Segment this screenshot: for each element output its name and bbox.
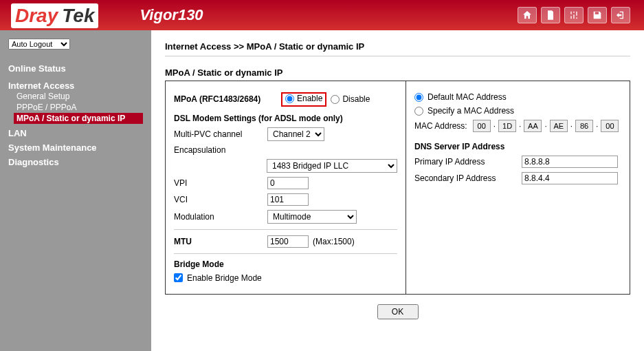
mpoa-disable-radio[interactable]: [331, 95, 340, 104]
mpoa-enable-radio[interactable]: [285, 94, 294, 103]
secondary-ip-label: Secondary IP Address: [414, 173, 518, 183]
mpoa-label: MPoA (RFC1483/2684): [174, 94, 277, 104]
home-icon[interactable]: [518, 7, 537, 23]
bridge-heading: Bridge Mode: [174, 259, 397, 269]
logo: DrayTek: [11, 3, 98, 27]
sidebar-item-mpoa[interactable]: MPoA / Static or dynamic IP: [14, 113, 143, 124]
sidebar-diagnostics[interactable]: Diagnostics: [8, 157, 143, 167]
secondary-ip-input[interactable]: [522, 172, 618, 184]
logout-icon[interactable]: [611, 7, 630, 23]
breadcrumb: Internet Access >> MPoA / Static or dyna…: [165, 41, 630, 56]
sidebar-lan[interactable]: LAN: [8, 128, 143, 138]
ok-button[interactable]: OK: [377, 304, 419, 319]
panel-right: Default MAC Address Specify a MAC Addres…: [406, 81, 630, 294]
mtu-input[interactable]: [267, 235, 309, 248]
modulation-label: Modulation: [174, 212, 263, 222]
sidebar-internet-access[interactable]: Internet Access: [8, 81, 143, 91]
doc-icon[interactable]: [541, 7, 560, 23]
sidebar: Auto Logout Online Status Internet Acces…: [0, 30, 151, 351]
specify-mac-radio[interactable]: [414, 107, 423, 116]
modulation-select[interactable]: Multimode: [267, 210, 357, 224]
primary-ip-input[interactable]: [522, 156, 618, 168]
mac-1[interactable]: [498, 120, 516, 132]
vci-label: VCI: [174, 195, 263, 204]
default-mac-label: Default MAC Address: [428, 92, 507, 102]
sidebar-online-status[interactable]: Online Status: [8, 63, 143, 74]
sidebar-item-general[interactable]: General Setup: [14, 91, 143, 102]
mac-4[interactable]: [575, 120, 593, 132]
vpi-label: VPI: [174, 178, 263, 188]
mac-3[interactable]: [550, 120, 568, 132]
mac-2[interactable]: [524, 120, 542, 132]
primary-ip-label: Primary IP Address: [414, 157, 518, 167]
section-title: MPoA / Static or dynamic IP: [165, 67, 630, 78]
dns-heading: DNS Server IP Address: [414, 142, 621, 151]
dsl-heading: DSL Modem Settings (for ADSL mode only): [174, 114, 397, 123]
enable-highlight: Enable: [281, 92, 326, 107]
disable-label: Disable: [342, 94, 370, 104]
main-content: Internet Access >> MPoA / Static or dyna…: [151, 30, 644, 351]
settings-panels: MPoA (RFC1483/2684) Enable Disable DSL M…: [165, 81, 630, 295]
sidebar-system-maintenance[interactable]: System Maintenance: [8, 142, 143, 153]
model-name: Vigor130: [140, 6, 203, 24]
specify-mac-label: Specify a MAC Address: [428, 106, 514, 116]
enable-label: Enable: [297, 94, 322, 103]
logo-dray: Dray: [11, 3, 62, 28]
vci-input[interactable]: [267, 193, 309, 206]
logo-tek: Tek: [62, 3, 98, 28]
mtu-label: MTU: [174, 237, 263, 246]
panel-left: MPoA (RFC1483/2684) Enable Disable DSL M…: [166, 81, 406, 294]
save-icon[interactable]: [588, 7, 607, 23]
mac-5[interactable]: [601, 120, 619, 132]
bridge-label: Enable Bridge Mode: [187, 273, 262, 283]
default-mac-radio[interactable]: [414, 93, 423, 102]
mac-0[interactable]: [473, 120, 491, 132]
encap-label: Encapsulation: [174, 145, 263, 155]
bridge-checkbox[interactable]: [174, 273, 183, 282]
header-icons: [518, 7, 630, 23]
multi-pvc-label: Multi-PVC channel: [174, 129, 263, 139]
header-bar: DrayTek Vigor130: [0, 0, 644, 30]
vpi-input[interactable]: [267, 177, 309, 189]
auto-logout-select[interactable]: Auto Logout: [8, 39, 70, 50]
sidebar-item-pppoe[interactable]: PPPoE / PPPoA: [14, 102, 143, 113]
sliders-icon[interactable]: [564, 7, 584, 23]
encap-select[interactable]: 1483 Bridged IP LLC: [267, 159, 397, 173]
mac-address-label: MAC Address:: [414, 121, 467, 131]
mtu-max: (Max:1500): [313, 237, 355, 246]
multi-pvc-select[interactable]: Channel 2: [267, 127, 324, 141]
